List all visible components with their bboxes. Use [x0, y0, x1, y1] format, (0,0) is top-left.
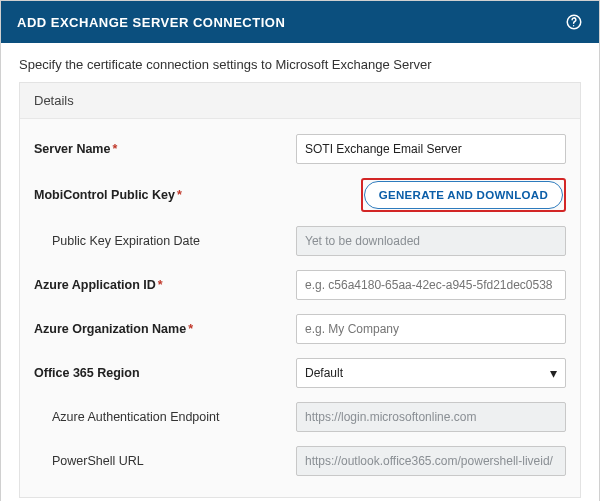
- required-marker: *: [158, 278, 163, 292]
- row-powershell: PowerShell URL https://outlook.office365…: [34, 439, 566, 483]
- row-server-name: Server Name*: [34, 127, 566, 171]
- panel-title: Details: [20, 83, 580, 119]
- row-azure-org: Azure Organization Name*: [34, 307, 566, 351]
- region-value: Default: [305, 366, 343, 380]
- expiration-field: Yet to be downloaded: [296, 226, 566, 256]
- label-expiration: Public Key Expiration Date: [34, 234, 254, 248]
- label-region: Office 365 Region: [34, 366, 254, 380]
- powershell-field: https://outlook.office365.com/powershell…: [296, 446, 566, 476]
- row-expiration: Public Key Expiration Date Yet to be dow…: [34, 219, 566, 263]
- generate-download-button[interactable]: GENERATE AND DOWNLOAD: [364, 181, 563, 209]
- row-auth-endpoint: Azure Authentication Endpoint https://lo…: [34, 395, 566, 439]
- exchange-connection-dialog: ADD EXCHANGE SERVER CONNECTION Specify t…: [0, 0, 600, 501]
- azure-app-id-input[interactable]: [296, 270, 566, 300]
- dialog-subhead: Specify the certificate connection setti…: [1, 43, 599, 82]
- region-select[interactable]: Default ▾: [296, 358, 566, 388]
- help-icon[interactable]: [565, 13, 583, 31]
- svg-point-1: [573, 25, 574, 26]
- azure-org-input[interactable]: [296, 314, 566, 344]
- dialog-title: ADD EXCHANGE SERVER CONNECTION: [17, 15, 285, 30]
- dialog-header: ADD EXCHANGE SERVER CONNECTION: [1, 1, 599, 43]
- chevron-down-icon: ▾: [550, 365, 557, 381]
- required-marker: *: [177, 188, 182, 202]
- row-region: Office 365 Region Default ▾: [34, 351, 566, 395]
- label-powershell: PowerShell URL: [34, 454, 254, 468]
- label-server-name: Server Name*: [34, 142, 254, 156]
- row-azure-app-id: Azure Application ID*: [34, 263, 566, 307]
- required-marker: *: [188, 322, 193, 336]
- label-azure-org: Azure Organization Name*: [34, 322, 254, 336]
- auth-endpoint-field: https://login.microsoftonline.com: [296, 402, 566, 432]
- label-auth-endpoint: Azure Authentication Endpoint: [34, 410, 254, 424]
- label-public-key: MobiControl Public Key*: [34, 188, 254, 202]
- details-form: Server Name* MobiControl Public Key* GEN…: [20, 119, 580, 497]
- row-public-key: MobiControl Public Key* GENERATE AND DOW…: [34, 171, 566, 219]
- generate-button-highlight: GENERATE AND DOWNLOAD: [361, 178, 566, 212]
- label-azure-app-id: Azure Application ID*: [34, 278, 254, 292]
- details-panel: Details Server Name* MobiControl Public …: [19, 82, 581, 498]
- required-marker: *: [112, 142, 117, 156]
- server-name-input[interactable]: [296, 134, 566, 164]
